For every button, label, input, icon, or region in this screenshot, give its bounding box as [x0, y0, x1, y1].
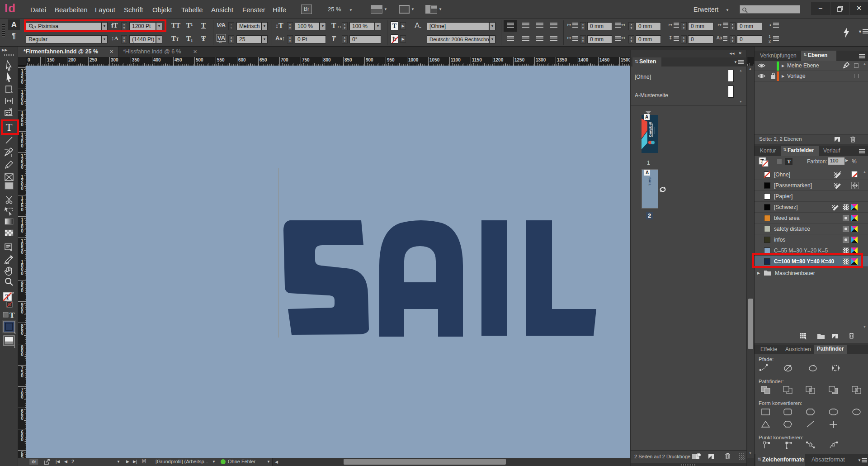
svg-text:Campbell: Campbell [648, 122, 652, 137]
svg-text:T: T [9, 311, 15, 319]
